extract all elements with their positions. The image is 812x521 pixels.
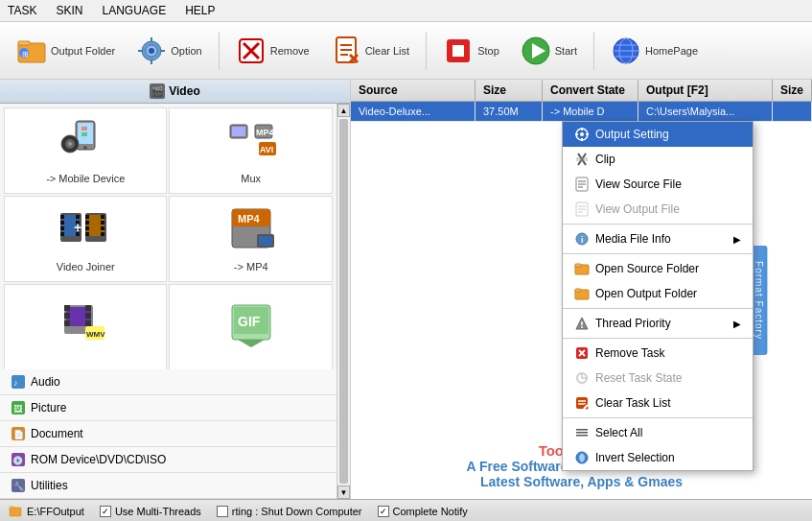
ctx-invert-selection[interactable]: Invert Selection [563,445,753,470]
ctx-reset-task-state-label: Reset Task State [595,371,683,385]
start-button[interactable]: Start [512,28,586,74]
multi-threads-item[interactable]: ✓ Use Multi-Threads [100,506,201,517]
svg-rect-98 [586,133,589,135]
scroll-up-arrow[interactable]: ▲ [337,104,350,117]
start-icon [521,36,551,66]
mp4-label: -> MP4 [234,261,268,272]
document-category[interactable]: 📄 Document [0,421,336,447]
rom-category[interactable]: 💿 ROM Device\DVD\CD\ISO [0,447,336,473]
svg-rect-8 [151,59,152,64]
svg-text:AVI: AVI [260,145,273,154]
output-folder-button[interactable]: ⊞ Output Folder [8,28,124,74]
svg-rect-45 [60,215,64,219]
complete-notify-checkbox[interactable]: ✓ [378,506,389,517]
remove-button[interactable]: Remove [227,28,318,74]
audio-category[interactable]: ♪ Audio [0,369,336,395]
svg-rect-68 [259,236,272,246]
remove-label: Remove [270,45,310,57]
invert-selection-icon [574,450,590,465]
ctx-output-setting[interactable]: Output Setting [563,122,753,147]
category-mux[interactable]: MP4 AVI Mux [169,107,333,194]
rom-label: ROM Device\DVD\CD\ISO [31,453,166,466]
menu-help[interactable]: HELP [181,2,219,19]
video-header-icon: 🎬 [150,83,165,99]
svg-rect-72 [64,313,70,319]
td-convert-state: -> Mobile D [543,102,638,121]
scrollbar-vertical[interactable]: ▲ ▼ [336,104,350,499]
svg-point-31 [83,146,87,150]
ctx-open-source-folder[interactable]: Open Source Folder [563,256,753,281]
output-path-label: E:\FFOutput [27,506,84,517]
stop-button[interactable]: Stop [434,28,508,74]
svg-text:MP4: MP4 [256,128,274,137]
category-gif[interactable]: GIF [169,284,333,369]
menu-skin[interactable]: SKIN [52,2,86,19]
th-convert-state[interactable]: Convert State [543,80,638,101]
audio-icon: ♪ [12,375,25,389]
shutdown-item[interactable]: rting : Shut Down Computer [217,506,362,517]
ctx-view-output-file: View Output File [563,197,753,222]
svg-text:WMV: WMV [86,330,105,339]
thread-priority-icon [574,316,590,331]
th-size2[interactable]: Size [773,80,812,101]
option-button[interactable]: Option [128,28,210,74]
svg-rect-71 [64,305,70,311]
clear-task-list-icon [574,395,590,411]
ctx-thread-priority[interactable]: Thread Priority ▶ [563,311,753,336]
svg-point-118 [581,326,583,328]
document-label: Document [31,427,83,440]
view-source-file-icon [574,177,590,192]
clear-list-button[interactable]: Clear List [322,28,418,74]
output-path-icon [8,504,23,519]
table-row[interactable]: Video-Deluxe... 37.50M -> Mobile D C:\Us… [351,102,812,122]
media-file-info-arrow: ▶ [733,234,741,245]
stop-icon [443,36,474,66]
svg-point-6 [149,48,154,54]
ctx-view-source-file[interactable]: View Source File [563,172,753,197]
td-output: C:\Users\Malysia... [638,102,773,121]
video-joiner-icon: + [58,205,112,259]
ctx-clear-task-list[interactable]: Clear Task List [563,391,753,415]
svg-rect-1 [18,41,30,45]
ctx-remove-task[interactable]: Remove Task [563,341,753,366]
svg-text:⊞: ⊞ [22,50,29,59]
td-source: Video-Deluxe... [351,102,476,121]
picture-category[interactable]: 🖼 Picture [0,395,336,421]
panel-header: 🎬 Video [0,80,350,104]
complete-notify-item[interactable]: ✓ Complete Notify [378,506,468,517]
svg-text:GIF: GIF [238,314,261,329]
clip-icon [574,152,590,167]
svg-rect-61 [101,221,104,225]
svg-rect-63 [101,232,104,236]
svg-rect-128 [576,429,588,431]
utilities-category[interactable]: 🔧 Utilities [0,473,336,499]
ctx-media-file-info[interactable]: i Media File Info ▶ [563,226,753,251]
ctx-clip[interactable]: Clip [563,147,753,172]
svg-rect-47 [60,226,64,230]
category-video-joiner[interactable]: + [4,196,167,282]
menu-task[interactable]: TASK [4,2,40,19]
category-mobile-device[interactable]: -> Mobile Device [4,107,167,194]
th-source[interactable]: Source [351,80,476,101]
shutdown-checkbox[interactable] [217,506,228,517]
svg-rect-59 [85,232,89,236]
svg-rect-101 [576,157,588,161]
category-item5[interactable]: WMV [4,284,167,369]
svg-text:📄: 📄 [13,429,25,440]
th-size[interactable]: Size [476,80,543,101]
scroll-thumb[interactable] [339,119,348,484]
svg-rect-130 [576,435,588,437]
menu-language[interactable]: LANGUAGE [98,2,170,19]
gif-icon: GIF [224,299,278,353]
multi-threads-checkbox[interactable]: ✓ [100,506,111,517]
svg-text:+: + [74,220,81,235]
category-mp4[interactable]: MP4 -> MP4 [169,196,333,282]
scroll-down-arrow[interactable]: ▼ [337,485,350,499]
svg-rect-129 [576,432,588,434]
complete-notify-label: Complete Notify [393,506,468,517]
th-output[interactable]: Output [F2] [638,80,773,101]
homepage-button[interactable]: HomePage [602,28,707,74]
ctx-select-all[interactable]: Select All [563,420,753,445]
ctx-open-output-folder[interactable]: Open Output Folder [563,281,753,306]
svg-rect-96 [581,138,583,141]
